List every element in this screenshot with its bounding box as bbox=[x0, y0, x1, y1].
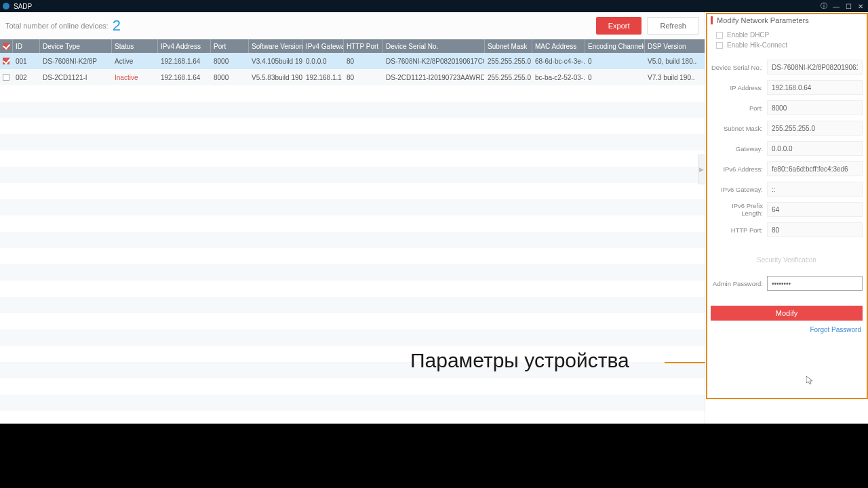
col-id[interactable]: ID bbox=[12, 39, 39, 53]
col-http[interactable]: HTTP Port bbox=[343, 39, 382, 53]
col-gw[interactable]: IPv4 Gateway bbox=[302, 39, 343, 53]
cell-port: 8000 bbox=[210, 53, 248, 69]
col-status[interactable]: Status bbox=[111, 39, 157, 53]
cell-id: 001 bbox=[12, 53, 39, 69]
minimize-icon[interactable]: — bbox=[831, 3, 841, 10]
table-row[interactable]: 002DS-2CD1121-IInactive192.168.1.648000V… bbox=[0, 69, 705, 85]
toolbar: Total number of online devices: 2 Export… bbox=[0, 12, 705, 39]
col-port[interactable]: Port bbox=[210, 39, 248, 53]
cell-mac: 68-6d-bc-c4-3e-... bbox=[532, 53, 585, 69]
cell-ip: 192.168.1.64 bbox=[157, 53, 210, 69]
cell-mask: 255.255.255.0 bbox=[484, 53, 532, 69]
cell-serial: DS-2CD1121-I20190723AAWRD427... bbox=[382, 69, 484, 85]
cell-dsp: V5.0, build 180.. bbox=[644, 53, 698, 69]
panel-expander-icon[interactable]: ▶ bbox=[698, 155, 705, 184]
cell-type: DS-2CD1121-I bbox=[39, 69, 111, 85]
col-type[interactable]: Device Type bbox=[39, 39, 111, 53]
col-mask[interactable]: Subnet Mask bbox=[484, 39, 532, 53]
cell-serial: DS-7608NI-K2/8P0820190617CCRR... bbox=[382, 53, 484, 69]
cell-status: Active bbox=[111, 53, 157, 69]
select-all-checkbox[interactable] bbox=[3, 43, 9, 49]
app-logo bbox=[3, 3, 9, 9]
side-panel: Modify Network Parameters Enable DHCP En… bbox=[705, 12, 868, 424]
row-checkbox[interactable] bbox=[3, 74, 9, 81]
col-serial[interactable]: Device Serial No. bbox=[382, 39, 484, 53]
cell-http: 80 bbox=[343, 69, 382, 85]
col-enc[interactable]: Encoding Channel(s) bbox=[585, 39, 644, 53]
device-count-value: 2 bbox=[113, 17, 121, 35]
device-count-label: Total number of online devices: bbox=[5, 22, 108, 30]
export-button[interactable]: Export bbox=[596, 17, 642, 35]
cell-http: 80 bbox=[343, 53, 382, 69]
cell-type: DS-7608NI-K2/8P bbox=[39, 53, 111, 69]
col-ip[interactable]: IPv4 Address bbox=[157, 39, 210, 53]
cell-enc: 0 bbox=[585, 69, 644, 85]
cursor-pointer-icon bbox=[806, 375, 813, 387]
titlebar: SADP ⓘ — ☐ ✕ bbox=[0, 0, 868, 12]
cell-gw: 192.168.1.1 bbox=[302, 69, 343, 85]
cell-mac: bc-ba-c2-52-03-... bbox=[532, 69, 585, 85]
cell-sw: V3.4.105build 19... bbox=[248, 53, 302, 69]
table-body: 001DS-7608NI-K2/8PActive192.168.1.648000… bbox=[0, 53, 705, 424]
cell-id: 002 bbox=[12, 69, 39, 85]
col-dsp[interactable]: DSP Version bbox=[644, 39, 698, 53]
col-mac[interactable]: MAC Address bbox=[532, 39, 585, 53]
col-sw[interactable]: Software Version bbox=[248, 39, 302, 53]
cell-status: Inactive bbox=[111, 69, 157, 85]
cell-ip: 192.168.1.64 bbox=[157, 69, 210, 85]
cell-dsp: V7.3 build 190.. bbox=[644, 69, 698, 85]
cell-enc: 0 bbox=[585, 53, 644, 69]
close-icon[interactable]: ✕ bbox=[856, 3, 865, 10]
table-row[interactable]: 001DS-7608NI-K2/8PActive192.168.1.648000… bbox=[0, 53, 705, 69]
modify-button[interactable]: Modify bbox=[711, 306, 863, 321]
help-icon[interactable]: ⓘ bbox=[819, 1, 829, 11]
svg-marker-0 bbox=[806, 376, 812, 384]
cell-sw: V5.5.83build 190... bbox=[248, 69, 302, 85]
annotation-highlight-box bbox=[706, 13, 868, 399]
cell-gw: 0.0.0.0 bbox=[302, 53, 343, 69]
table-header: ID Device Type Status IPv4 Address Port … bbox=[0, 39, 705, 53]
cell-port: 8000 bbox=[210, 69, 248, 85]
maximize-icon[interactable]: ☐ bbox=[844, 3, 853, 10]
cell-mask: 255.255.255.0 bbox=[484, 69, 532, 85]
refresh-button[interactable]: Refresh bbox=[647, 17, 699, 35]
app-title: SADP bbox=[14, 3, 816, 10]
row-checkbox[interactable] bbox=[3, 58, 9, 64]
